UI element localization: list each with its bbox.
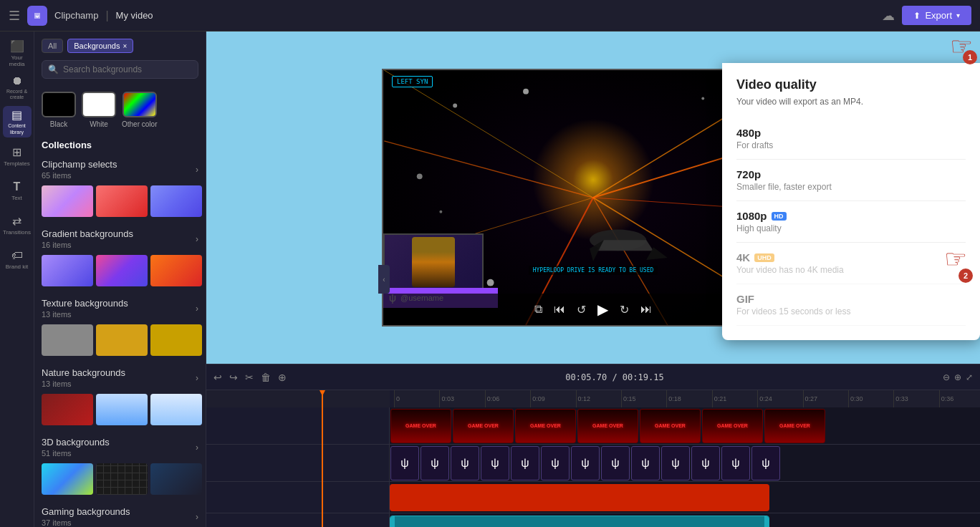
gameover-track-content[interactable]	[390, 407, 980, 444]
collection-header-clipchamp[interactable]: Clipchamp selects 65 items ›	[42, 159, 198, 180]
sidebar-item-brand-kit[interactable]: 🏷 Brand kit	[3, 243, 32, 275]
redo-button[interactable]: ↪	[229, 372, 238, 383]
gameover-clip[interactable]	[640, 409, 701, 443]
twitch-clip[interactable]: ψ	[661, 446, 690, 480]
export-button[interactable]: ⬆ Export ▾	[902, 6, 971, 25]
cyan-clip[interactable]	[390, 516, 769, 527]
fit-timeline-button[interactable]: ⤢	[966, 372, 973, 382]
thumb-item[interactable]	[96, 324, 148, 356]
gameover-clip[interactable]	[764, 409, 825, 443]
svg-point-14	[453, 103, 457, 107]
twitch-clip[interactable]: ψ	[691, 446, 720, 480]
filter-all-button[interactable]: All	[42, 39, 63, 53]
twitch-clip[interactable]: ψ	[601, 446, 630, 480]
collection-header-texture[interactable]: Texture backgrounds 13 items ›	[42, 298, 198, 319]
zoom-in-button[interactable]: ⊕	[954, 372, 961, 382]
play-button[interactable]: ▶	[597, 301, 608, 318]
quality-option-4k[interactable]: 4K UHD Your video has no 4K media	[736, 243, 966, 284]
sidebar-item-content-library[interactable]: ▤ Content library	[3, 106, 32, 137]
thumb-item[interactable]	[150, 324, 202, 356]
cut-button[interactable]: ✂	[245, 372, 254, 383]
sidebar-item-your-media[interactable]: ⬛ Your media	[3, 37, 32, 69]
sidebar-item-templates[interactable]: ⊞ Templates	[3, 140, 32, 172]
rewind-button[interactable]: ↺	[577, 303, 586, 316]
color-swatch-white[interactable]: White	[82, 92, 116, 128]
thumb-item[interactable]	[42, 185, 93, 217]
gameover-clip[interactable]	[390, 409, 451, 443]
twitch-clip[interactable]: ψ	[451, 446, 479, 480]
thumb-item[interactable]	[150, 255, 202, 286]
search-box[interactable]: 🔍	[42, 60, 198, 79]
quality-option-gif[interactable]: GIF For videos 15 seconds or less	[736, 284, 966, 326]
twitch-clip[interactable]: ψ	[421, 446, 449, 480]
twitch-clip[interactable]: ψ	[481, 446, 509, 480]
thumb-item[interactable]	[42, 324, 93, 356]
gameover-clip[interactable]	[453, 409, 514, 443]
red-track-content[interactable]	[390, 482, 980, 513]
thumb-item[interactable]	[42, 394, 93, 425]
caption-button[interactable]: ⧉	[534, 303, 542, 316]
collection-header-gradient[interactable]: Gradient backgrounds 16 items ›	[42, 228, 198, 249]
cyan-handle-right[interactable]	[764, 516, 769, 527]
quality-option-1080p[interactable]: 1080p HD High quality	[736, 201, 966, 243]
3d-thumbs	[42, 463, 198, 495]
collection-header-gaming[interactable]: Gaming backgrounds 37 items ›	[42, 506, 198, 527]
hd-badge: HD	[772, 212, 787, 221]
color-swatch-black[interactable]: Black	[42, 92, 76, 128]
thumb-item[interactable]	[150, 185, 202, 217]
collection-header-nature[interactable]: Nature backgrounds 13 items ›	[42, 367, 198, 388]
topbar: ☰ Clipchamp | My video ☁ ⬆ Export ▾	[0, 0, 980, 32]
sidebar-item-text[interactable]: T Text	[3, 175, 32, 206]
twitch-clip[interactable]: ψ	[721, 446, 750, 480]
gameover-clip[interactable]	[515, 409, 576, 443]
color-swatch-other[interactable]: Other color	[122, 92, 157, 128]
thumb-item[interactable]	[150, 463, 202, 495]
cursor-badge-2: 2	[959, 269, 973, 283]
cloud-sync-icon[interactable]: ☁	[882, 8, 895, 24]
track-label-audio	[206, 482, 390, 513]
svg-point-16	[701, 97, 704, 100]
twitch-clip[interactable]: ψ	[751, 446, 780, 480]
record-icon: ⏺	[11, 74, 23, 87]
search-input[interactable]	[63, 64, 192, 74]
track-twitch: ψ ψ ψ ψ ψ ψ ψ ψ ψ ψ ψ ψ ψ	[206, 445, 980, 482]
twitch-track-content[interactable]: ψ ψ ψ ψ ψ ψ ψ ψ ψ ψ ψ ψ ψ	[390, 445, 980, 481]
thumb-item[interactable]	[96, 394, 148, 425]
filter-backgrounds-tag[interactable]: Backgrounds ×	[67, 39, 133, 53]
thumb-item[interactable]	[96, 185, 148, 217]
zoom-controls: ⊖ ⊕ ⤢	[943, 372, 973, 382]
fast-forward-button[interactable]: ↻	[620, 303, 629, 316]
hamburger-menu[interactable]: ☰	[9, 8, 20, 24]
twitch-clip[interactable]: ψ	[571, 446, 600, 480]
remove-filter-icon[interactable]: ×	[123, 42, 127, 50]
gameover-clip[interactable]	[577, 409, 638, 443]
delete-button[interactable]: 🗑	[261, 372, 271, 383]
quality-option-480p[interactable]: 480p For drafts	[736, 118, 966, 160]
cyan-handle-left[interactable]	[390, 516, 395, 527]
twitch-clip[interactable]: ψ	[631, 446, 660, 480]
gameover-clip[interactable]	[702, 409, 763, 443]
thumb-item[interactable]	[96, 463, 148, 495]
quality-option-720p[interactable]: 720p Smaller file, faster export	[736, 160, 966, 201]
sidebar-item-transitions[interactable]: ⇄ Transitions	[3, 209, 32, 241]
thumb-item[interactable]	[42, 255, 93, 286]
thumb-item[interactable]	[96, 255, 148, 286]
twitch-clip[interactable]: ψ	[390, 446, 419, 480]
sidebar-item-record[interactable]: ⏺ Record & create	[3, 72, 32, 103]
thumb-item[interactable]	[150, 394, 202, 425]
add-media-button[interactable]: ⊕	[278, 372, 287, 383]
video-title[interactable]: My video	[116, 10, 153, 21]
svg-point-15	[523, 89, 529, 95]
skip-forward-button[interactable]: ⏭	[640, 303, 652, 316]
thumb-item[interactable]	[42, 463, 93, 495]
uhd-badge: UHD	[754, 253, 774, 262]
zoom-out-button[interactable]: ⊖	[943, 372, 950, 382]
cyan-track-content[interactable]	[390, 513, 980, 527]
twitch-clip[interactable]: ψ	[541, 446, 570, 480]
skip-back-button[interactable]: ⏮	[554, 303, 565, 316]
twitch-clip[interactable]: ψ	[511, 446, 539, 480]
red-audio-clip[interactable]	[390, 484, 769, 511]
collection-header-3d[interactable]: 3D backgrounds 51 items ›	[42, 437, 198, 458]
undo-button[interactable]: ↩	[213, 372, 222, 383]
collapse-sidebar-button[interactable]: ‹	[378, 265, 390, 294]
